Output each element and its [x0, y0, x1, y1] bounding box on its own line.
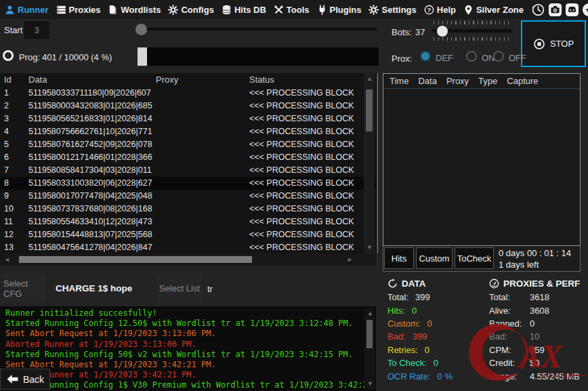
hits-column-header-proxy[interactable]: Proxy [446, 76, 469, 86]
plug-icon [317, 5, 327, 15]
stat-total: Total:399 [387, 291, 453, 304]
log-line: Sent Abort Request at 1/19/2023 3:42:21 … [5, 360, 376, 370]
table-row[interactable]: 55119580761627452|09|2026|078<<< PROCESS… [0, 138, 376, 151]
menu-item-label: Plugins [330, 5, 362, 15]
column-header-id[interactable]: Id [4, 73, 27, 87]
cell-id: 13 [4, 241, 27, 253]
cell-status: <<< PROCESSING BLOCK [249, 112, 360, 125]
table-row[interactable]: 25119580003432083|01|2026|685<<< PROCESS… [0, 100, 376, 112]
stat-value: 3608 [530, 306, 549, 316]
telegram-icon[interactable] [582, 3, 588, 17]
remaining-time: 1 days left [499, 260, 539, 270]
start-input[interactable]: 3 [23, 20, 50, 40]
back-button-label: Back [23, 374, 44, 385]
stat-bad: Bad:399 [387, 330, 453, 343]
cell-data: 5119580017077478|04|2025|048 [28, 190, 154, 203]
gear-icon [369, 5, 379, 15]
prox-option-label[interactable]: OFF [509, 53, 526, 63]
table-row[interactable]: 105119580737837680|08|2026|168<<< PROCES… [0, 203, 376, 215]
discord-icon[interactable] [565, 3, 579, 17]
menu-item-label: Help [437, 5, 456, 15]
cell-id: 3 [4, 112, 27, 125]
menu-item-hits-db[interactable]: Hits DB [222, 5, 266, 15]
cell-status: <<< PROCESSING BLOCK [249, 190, 360, 203]
cell-data: 5119580475641278|04|2026|847 [28, 241, 154, 253]
menu-item-tools[interactable]: Tools [274, 5, 310, 15]
menu-item-plugins[interactable]: Plugins [317, 5, 362, 15]
start-slider[interactable] [139, 28, 377, 30]
prox-radio-off[interactable] [493, 51, 504, 62]
log-line: Runner initialized succesfully! [5, 308, 376, 318]
elapsed-time: 0 days 00 : 01 : 14 [499, 248, 571, 258]
log-scroll-thumb[interactable] [366, 320, 373, 348]
pin-icon [463, 5, 474, 15]
hits-column-header-data[interactable]: Data [418, 76, 436, 86]
table-row[interactable]: 125119580154448813|07|2025|568<<< PROCES… [0, 228, 376, 241]
stat-value: 399 [415, 292, 430, 302]
table-row[interactable]: 65119580012171466|01|2028|366<<< PROCESS… [0, 151, 376, 164]
table-row[interactable]: 135119580475641278|04|2026|847<<< PROCES… [0, 241, 376, 253]
log-scrollbar[interactable]: ▲ ▼ [364, 308, 375, 390]
cell-id: 4 [4, 125, 27, 138]
prox-option-label[interactable]: DEF [436, 53, 453, 63]
bots-slider-handle[interactable] [437, 26, 448, 37]
cell-data: 5119580331003820|06|2028|627 [28, 177, 154, 190]
select-list-button[interactable]: Select List [157, 274, 202, 302]
menu-item-label: Silver Zone [476, 5, 524, 15]
results-table-header: IdDataProxyStatus [0, 73, 376, 87]
menu-item-silver-zone[interactable]: Silver Zone [463, 5, 524, 15]
table-row[interactable]: 45119580756662761|10|2026|771<<< PROCESS… [0, 125, 376, 138]
tab-tocheck[interactable]: ToCheck [455, 247, 494, 269]
stop-button[interactable]: STOP [521, 20, 586, 67]
cell-id: 7 [4, 164, 27, 177]
tab-hits[interactable]: Hits [384, 247, 414, 269]
column-header-data[interactable]: Data [28, 73, 154, 87]
results-hscroll-thumb[interactable] [19, 256, 252, 263]
stat-value: 10 [530, 331, 539, 342]
hits-column-header-time[interactable]: Time [390, 76, 408, 86]
prox-radio-def[interactable] [420, 51, 431, 62]
history-icon[interactable] [531, 3, 545, 17]
menu-item-proxies[interactable]: Proxies [56, 5, 101, 15]
camera-icon[interactable] [548, 3, 562, 17]
scroll-down-icon[interactable]: ▼ [367, 381, 373, 387]
data-stats-items: Total:399Hits:0Custom:0Bad:399Retries:0T… [387, 291, 453, 383]
table-row[interactable]: 35119580565216833|01|2026|814<<< PROCESS… [0, 112, 376, 125]
cell-id: 10 [4, 203, 27, 215]
scroll-left-icon[interactable]: ◄ [4, 257, 10, 263]
stop-icon [533, 38, 545, 50]
table-row[interactable]: 115119580554633410|12|2028|473<<< PROCES… [0, 215, 376, 228]
menu-item-runner[interactable]: Runner [5, 5, 49, 15]
table-row[interactable]: 95119580017077478|04|2025|048<<< PROCESS… [0, 190, 376, 203]
start-slider-handle[interactable] [135, 24, 147, 35]
tab-custom[interactable]: Custom [416, 247, 453, 269]
prox-radio-on[interactable] [466, 51, 477, 62]
table-row[interactable]: 15119580333711180|09|2026|607<<< PROCESS… [0, 87, 376, 100]
table-row[interactable]: 85119580331003820|06|2028|627<<< PROCESS… [0, 177, 376, 190]
stat-value: 0 [530, 318, 534, 329]
hits-column-header-type[interactable]: Type [478, 76, 497, 86]
column-header-status[interactable]: Status [249, 73, 360, 87]
menu-item-wordlists[interactable]: Wordlists [108, 5, 161, 15]
hits-column-header-capture[interactable]: Capture [507, 76, 538, 86]
back-button[interactable]: Back [0, 369, 50, 390]
scroll-up-icon[interactable]: ▲ [366, 76, 373, 82]
scroll-right-icon[interactable]: ► [347, 257, 353, 263]
menu-item-help[interactable]: ?Help [424, 5, 456, 15]
results-vertical-scrollbar[interactable]: ▲ ▼ [364, 73, 375, 253]
progress-radio[interactable] [3, 50, 14, 61]
progress-bar [138, 47, 379, 66]
stat-label: Banned: [489, 318, 524, 329]
results-vscroll-thumb[interactable] [366, 89, 373, 131]
stat-value: $0 [530, 358, 539, 368]
table-row[interactable]: 75119580858417304|03|2028|011<<< PROCESS… [0, 164, 376, 177]
column-header-proxy[interactable]: Proxy [156, 73, 248, 87]
menu-item-settings[interactable]: Settings [369, 5, 416, 15]
select-cfg-button[interactable]: Select CFG [3, 274, 47, 302]
scroll-down-icon[interactable]: ▼ [366, 245, 373, 251]
scroll-up-icon[interactable]: ▲ [367, 310, 373, 316]
menu-item-configs[interactable]: Configs [168, 5, 213, 15]
stat-value: 359 [530, 345, 545, 355]
results-horizontal-scrollbar[interactable]: ◄ ► [0, 253, 376, 266]
cell-status: <<< PROCESSING BLOCK [249, 100, 360, 112]
